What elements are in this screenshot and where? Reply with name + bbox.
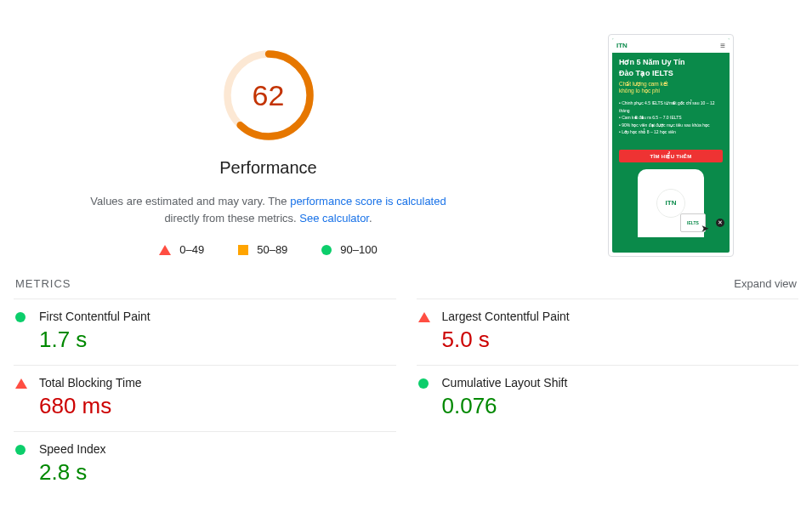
- metric-value: 680 ms: [39, 393, 395, 419]
- metric-label: Total Blocking Time: [39, 376, 395, 389]
- preview-badge: IELTS ➤: [680, 213, 706, 232]
- preview-bullets: Chinh phục 4.5 IELTS từ mất gốc chỉ sau …: [619, 99, 723, 136]
- legend-avg-label: 50–89: [257, 243, 287, 256]
- metric-value: 5.0 s: [442, 327, 798, 353]
- metric-body: Cumulative Layout Shift0.076: [442, 376, 798, 419]
- score-legend: 0–49 50–89 90–100: [159, 243, 377, 256]
- circle-icon: [321, 245, 332, 255]
- preview-bullet: Lớp học nhỏ 8 – 12 học viên: [619, 128, 723, 136]
- legend-pass: 90–100: [321, 243, 377, 256]
- score-description: Values are estimated and may vary. The p…: [73, 193, 464, 226]
- preview-bullet: Cam kết đầu ra 6.5 – 7.0 IELTS: [619, 114, 723, 122]
- preview-cta-button: TÌM HIỂU THÊM: [619, 150, 723, 162]
- metric-value: 1.7 s: [39, 327, 395, 353]
- score-value: 62: [221, 48, 316, 143]
- score-gauge: 62: [221, 48, 316, 143]
- preview-bullet: 90% học viên đạt được mục tiêu sau khóa …: [619, 122, 723, 129]
- expand-view-toggle[interactable]: Expand view: [734, 277, 797, 290]
- perf-calc-link[interactable]: performance score is calculated: [290, 195, 446, 208]
- preview-subtitle: Chất lượng cam kết không lo học phí: [619, 81, 723, 95]
- legend-pass-label: 90–100: [340, 243, 377, 256]
- performance-score-panel: 62 Performance Values are estimated and …: [14, 14, 523, 257]
- metric-body: Total Blocking Time680 ms: [39, 376, 395, 419]
- metric-item: Total Blocking Time680 ms: [14, 365, 396, 431]
- circle-icon: [418, 376, 430, 419]
- screenshot-preview: ITN ≡ Hơn 5 Năm Uy Tín Đào Tạo IELTS Chấ…: [543, 14, 798, 257]
- preview-sub-1: Chất lượng cam kết: [619, 81, 668, 87]
- metric-item: Speed Index2.8 s: [14, 431, 396, 497]
- metric-label: Largest Contentful Paint: [442, 310, 798, 323]
- close-icon: ✕: [716, 219, 724, 227]
- device-frame: ITN ≡ Hơn 5 Năm Uy Tín Đào Tạo IELTS Chấ…: [608, 34, 734, 257]
- preview-brand: ITN: [616, 42, 627, 49]
- legend-fail-label: 0–49: [179, 243, 204, 256]
- metric-item: First Contentful Paint1.7 s: [14, 298, 396, 365]
- preview-logo-text: ITN: [666, 199, 677, 207]
- metric-value: 0.076: [442, 393, 798, 419]
- preview-header: ITN ≡: [612, 38, 730, 53]
- metrics-section-title: METRICS: [15, 277, 71, 290]
- metric-item: Largest Contentful Paint5.0 s: [417, 298, 799, 365]
- device-screen: ITN ≡ Hơn 5 Năm Uy Tín Đào Tạo IELTS Chấ…: [612, 38, 730, 253]
- metric-label: Cumulative Layout Shift: [442, 376, 798, 389]
- triangle-icon: [159, 245, 171, 255]
- hamburger-icon: ≡: [720, 41, 725, 50]
- score-desc-text-2: directly from these metrics.: [164, 212, 299, 225]
- score-title: Performance: [219, 158, 317, 178]
- metric-label: Speed Index: [39, 442, 395, 456]
- metric-item: Cumulative Layout Shift0.076: [417, 365, 799, 431]
- circle-icon: [15, 442, 27, 486]
- metrics-grid: First Contentful Paint1.7 sLargest Conte…: [14, 298, 798, 497]
- square-icon: [238, 245, 248, 255]
- see-calculator-link[interactable]: See calculator: [299, 212, 369, 225]
- legend-avg: 50–89: [238, 243, 287, 256]
- cursor-icon: ➤: [701, 224, 708, 233]
- circle-icon: [15, 310, 27, 353]
- preview-bullet: Chinh phục 4.5 IELTS từ mất gốc chỉ sau …: [619, 99, 723, 114]
- metric-body: Speed Index2.8 s: [39, 442, 395, 486]
- triangle-icon: [15, 376, 27, 419]
- preview-heading-2: Đào Tạo IELTS: [619, 69, 723, 78]
- metric-body: Largest Contentful Paint5.0 s: [442, 310, 798, 353]
- legend-fail: 0–49: [159, 243, 204, 256]
- preview-phone-graphic: ITN IELTS ➤: [638, 169, 704, 237]
- metric-body: First Contentful Paint1.7 s: [39, 310, 395, 353]
- preview-badge-text: IELTS: [687, 220, 699, 225]
- preview-heading-1: Hơn 5 Năm Uy Tín: [619, 58, 723, 67]
- score-desc-text-3: .: [369, 212, 372, 225]
- metric-value: 2.8 s: [39, 459, 395, 486]
- triangle-icon: [418, 310, 430, 353]
- preview-sub-2: không lo học phí: [619, 88, 660, 94]
- metric-label: First Contentful Paint: [39, 310, 395, 323]
- score-desc-text: Values are estimated and may vary. The: [90, 195, 290, 208]
